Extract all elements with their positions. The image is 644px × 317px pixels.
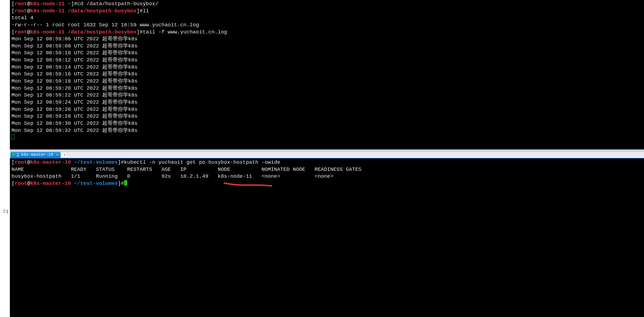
new-tab-button[interactable]: + [62,152,67,158]
output-line: Mon Sep 12 08:59:30 UTC 2022 超哥带你学k8s [12,120,642,127]
prompt-line: [root@k8s-master-10 ~/test-volumes]# [12,180,642,187]
prompt-line: [root@k8s-master-10 ~/test-volumes]#kube… [12,159,642,166]
output-line: Mon Sep 12 08:59:06 UTC 2022 超哥带你学k8s [12,36,642,43]
output-line: -rw-r--r-- 1 root root 1632 Sep 12 16:59… [12,22,642,29]
gutter-line-number: 71 [2,208,9,216]
cursor-icon [124,180,127,186]
cursor-line [12,134,642,141]
terminal-stack: [root@k8s-node-11 ~]#cd /data/hostpath-b… [10,0,644,317]
tab-session[interactable]: 1 k8s-master-10 × [10,152,61,158]
output-line: Mon Sep 12 08:59:32 UTC 2022 超哥带你学k8s [12,127,642,134]
output-line: Mon Sep 12 08:59:24 UTC 2022 超哥带你学k8s [12,99,642,106]
table-row: busybox-hostpath 1/1 Running 0 92s 10.2.… [12,173,642,180]
terminal-pane-bottom[interactable]: [root@k8s-master-10 ~/test-volumes]#kube… [10,158,644,317]
table-header: NAME READY STATUS RESTARTS AGE IP NODE N… [12,166,642,173]
prompt-line: [root@k8s-node-11 /data/hostpath-busybox… [12,8,642,15]
output-line: total 4 [12,15,642,22]
tab-bar: 1 k8s-master-10 × + [10,152,644,158]
close-icon[interactable]: × [56,152,58,158]
prompt-line: [root@k8s-node-11 /data/hostpath-busybox… [12,29,642,36]
output-line: Mon Sep 12 08:59:28 UTC 2022 超哥带你学k8s [12,113,642,120]
terminal-pane-top[interactable]: [root@k8s-node-11 ~]#cd /data/hostpath-b… [10,0,644,149]
output-line: Mon Sep 12 08:59:26 UTC 2022 超哥带你学k8s [12,106,642,113]
output-line: Mon Sep 12 08:59:10 UTC 2022 超哥带你学k8s [12,50,642,57]
output-line: Mon Sep 12 08:59:22 UTC 2022 超哥带你学k8s [12,92,642,99]
prompt-line: [root@k8s-node-11 ~]#cd /data/hostpath-b… [12,1,642,8]
tab-title: k8s-master-10 [21,152,53,158]
output-line: Mon Sep 12 08:59:18 UTC 2022 超哥带你学k8s [12,78,642,85]
tab-number: 1 [17,152,19,158]
output-line: Mon Sep 12 08:59:20 UTC 2022 超哥带你学k8s [12,85,642,92]
pane-divider[interactable] [10,149,644,152]
status-dot-icon [13,154,15,156]
plus-icon: + [63,152,65,158]
output-line: Mon Sep 12 08:59:08 UTC 2022 超哥带你学k8s [12,43,642,50]
cursor-icon [12,134,14,140]
output-line: Mon Sep 12 08:59:12 UTC 2022 超哥带你学k8s [12,57,642,64]
output-line: Mon Sep 12 08:59:16 UTC 2022 超哥带你学k8s [12,71,642,78]
editor-gutter: 71 [0,0,10,317]
output-line: Mon Sep 12 08:59:14 UTC 2022 超哥带你学k8s [12,64,642,71]
